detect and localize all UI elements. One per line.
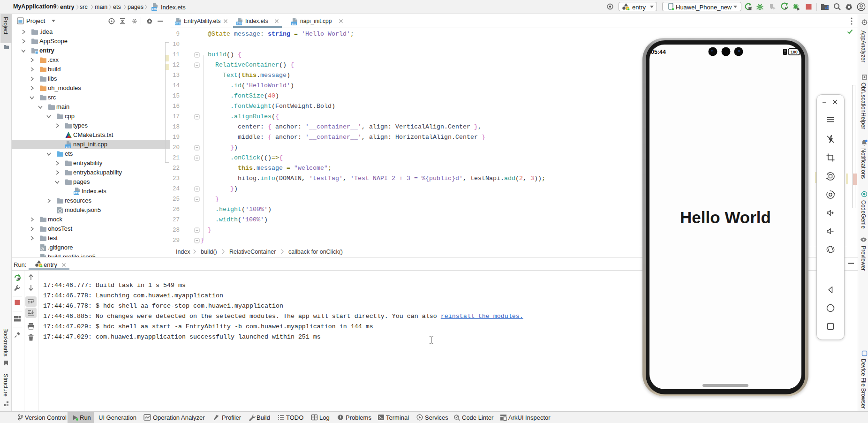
svg-text:C++: C++ bbox=[66, 145, 70, 148]
svg-text:ETS: ETS bbox=[74, 192, 79, 195]
svg-text:ETS: ETS bbox=[237, 22, 242, 25]
svg-text:C++: C++ bbox=[292, 23, 296, 25]
svg-text:ETS: ETS bbox=[175, 22, 181, 25]
svg-text:100: 100 bbox=[791, 50, 798, 54]
svg-text:ETS: ETS bbox=[152, 8, 157, 10]
